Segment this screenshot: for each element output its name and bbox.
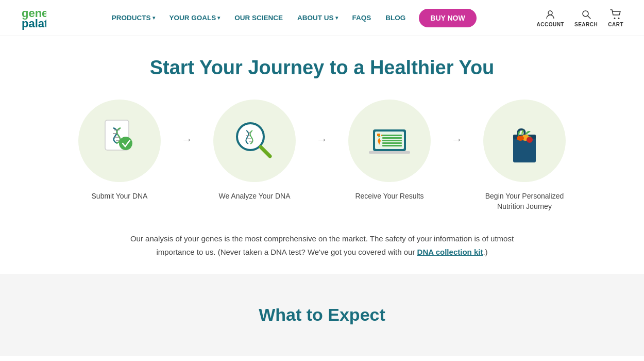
description-text: Our analysis of your genes is the most c… (129, 232, 515, 258)
step-4-circle (483, 100, 566, 182)
steps-row: Submit Your DNA → We (31, 100, 613, 211)
svg-line-4 (588, 16, 590, 19)
dna-submit-icon (94, 115, 145, 167)
bottom-section: What to Expect (0, 274, 644, 356)
grocery-bag-icon (499, 115, 550, 167)
arrow-1: → (176, 133, 198, 146)
nav-blog[interactable]: BLOG (380, 10, 411, 26)
site-header: gene palate PRODUCTS ▾ YOUR GOALS ▾ OUR … (0, 0, 644, 36)
svg-rect-26 (382, 142, 402, 144)
svg-rect-25 (382, 140, 402, 141)
step-3-label: Receive Your Results (355, 191, 423, 202)
account-button[interactable]: ACCOUNT (536, 9, 564, 27)
chevron-down-icon: ▾ (152, 15, 155, 21)
cart-button[interactable]: CART (608, 9, 623, 27)
laptop-results-icon (364, 115, 415, 167)
logo[interactable]: gene palate (21, 4, 46, 32)
step-1-label: Submit Your DNA (92, 191, 148, 202)
main-section: Start Your Journey to a Healthier You (0, 36, 644, 274)
step-1: Submit Your DNA (63, 100, 176, 202)
svg-point-6 (618, 18, 620, 19)
svg-line-18 (261, 147, 270, 156)
step-2-label: We Analyze Your DNA (218, 191, 290, 202)
svg-point-12 (119, 137, 132, 150)
step-3: Receive Your Results (333, 100, 446, 202)
search-icon (581, 9, 592, 20)
svg-rect-28 (369, 151, 410, 154)
page-title: Start Your Journey to a Healthier You (31, 57, 613, 79)
step-2: We Analyze Your DNA (198, 100, 311, 202)
svg-rect-23 (382, 135, 402, 136)
svg-point-5 (614, 18, 616, 19)
what-to-expect-title: What to Expect (31, 305, 613, 325)
nav-products[interactable]: PRODUCTS ▾ (107, 10, 160, 26)
buy-now-button[interactable]: BUY NOW (419, 9, 476, 27)
step-4-label: Begin Your PersonalizedNutrition Journey (485, 191, 564, 211)
step-2-circle (213, 100, 296, 182)
svg-point-32 (517, 136, 524, 141)
dna-collection-kit-link[interactable]: DNA collection kit (417, 248, 483, 256)
account-icon (545, 9, 556, 20)
nav-our-science[interactable]: OUR SCIENCE (229, 10, 288, 26)
svg-rect-27 (382, 145, 402, 146)
svg-point-33 (527, 137, 533, 143)
logo-icon: gene palate (21, 4, 46, 32)
nav-faqs[interactable]: FAQS (347, 10, 377, 26)
nav-about-us[interactable]: ABOUT US ▾ (292, 10, 343, 26)
svg-point-3 (583, 11, 588, 17)
step-4: Begin Your PersonalizedNutrition Journey (468, 100, 581, 211)
magnify-dna-icon (229, 115, 280, 167)
search-button[interactable]: SEARCH (574, 9, 598, 27)
nav-your-goals[interactable]: YOUR GOALS ▾ (164, 10, 226, 26)
chevron-down-icon: ▾ (217, 15, 220, 21)
svg-text:palate: palate (22, 17, 46, 30)
header-utilities: ACCOUNT SEARCH CART (536, 9, 623, 27)
svg-rect-21 (377, 134, 380, 136)
step-1-circle (78, 100, 161, 182)
main-nav: PRODUCTS ▾ YOUR GOALS ▾ OUR SCIENCE ABOU… (107, 9, 477, 27)
chevron-down-icon: ▾ (335, 15, 338, 21)
cart-icon (610, 9, 621, 20)
arrow-3: → (446, 133, 468, 146)
svg-point-2 (548, 11, 552, 15)
svg-rect-24 (382, 137, 402, 139)
arrow-2: → (311, 133, 333, 146)
step-3-circle (348, 100, 431, 182)
